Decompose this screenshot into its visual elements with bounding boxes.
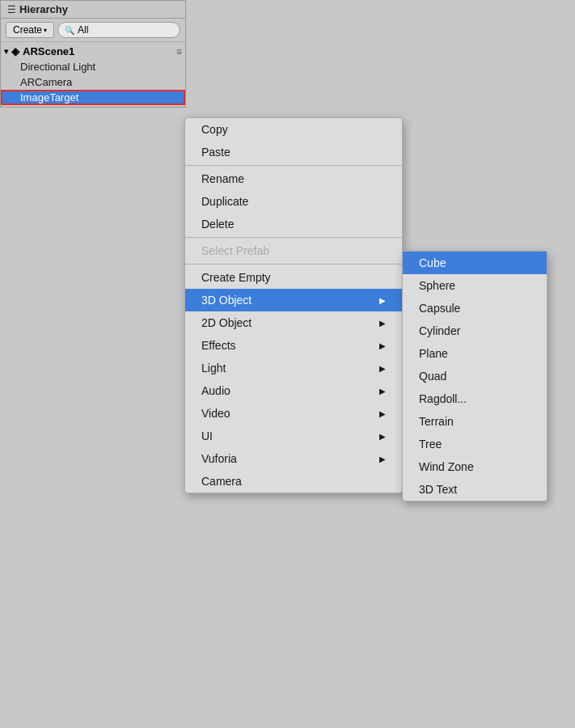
context-menu: Copy Paste Rename Duplicate Delete Selec… <box>184 117 403 493</box>
wind-zone-label: Wind Zone <box>419 460 474 473</box>
capsule-label: Capsule <box>419 302 460 315</box>
camera-label: Camera <box>201 475 242 488</box>
submenu-arrow-light: ▶ <box>379 364 386 373</box>
submenu-item-terrain[interactable]: Terrain <box>403 410 547 433</box>
2d-object-label: 2D Object <box>201 316 252 329</box>
effects-label: Effects <box>201 339 236 352</box>
3d-text-label: 3D Text <box>419 483 457 496</box>
submenu-arrow-2d-object: ▶ <box>379 319 386 328</box>
submenu-item-quad[interactable]: Quad <box>403 365 547 387</box>
ragdoll-label: Ragdoll... <box>419 392 467 405</box>
submenu-arrow-vuforia: ▶ <box>379 455 386 463</box>
context-menu-vuforia[interactable]: Vuforia ▶ <box>185 447 402 470</box>
duplicate-label: Duplicate <box>201 195 248 208</box>
separator-3 <box>185 264 402 265</box>
ui-label: UI <box>201 430 213 442</box>
submenu-arrow-ui: ▶ <box>379 432 386 441</box>
cylinder-label: Cylinder <box>419 324 460 337</box>
context-menu-rename[interactable]: Rename <box>185 167 402 190</box>
hierarchy-toolbar: Create ▾ 🔍 All <box>1 19 185 42</box>
hierarchy-item-directional-light[interactable]: Directional Light <box>1 59 185 74</box>
context-menu-select-prefab: Select Prefab <box>185 239 402 262</box>
submenu-item-capsule[interactable]: Capsule <box>403 297 547 320</box>
separator-2 <box>185 237 402 238</box>
scene-name: ARScene1 <box>23 45 74 57</box>
tree-label: Tree <box>419 438 442 451</box>
create-label: Create <box>13 24 42 36</box>
context-menu-copy[interactable]: Copy <box>185 118 402 141</box>
scene-unity-icon: ◈ <box>11 45 19 57</box>
create-arrow-icon: ▾ <box>44 27 47 34</box>
search-bar[interactable]: 🔍 All <box>57 22 180 38</box>
scene-row[interactable]: ▾ ◈ ARScene1 ≡ <box>1 44 185 59</box>
light-label: Light <box>201 362 226 375</box>
submenu-arrow-effects: ▶ <box>379 341 386 350</box>
submenu-item-cylinder[interactable]: Cylinder <box>403 320 547 342</box>
quad-label: Quad <box>419 370 446 383</box>
scene-collapse-icon: ▾ <box>4 47 8 56</box>
submenu-item-sphere[interactable]: Sphere <box>403 274 547 297</box>
copy-label: Copy <box>201 123 228 136</box>
submenu-item-3d-text[interactable]: 3D Text <box>403 478 547 501</box>
sphere-label: Sphere <box>419 279 455 292</box>
imagetarget-label: ImageTarget <box>20 91 78 104</box>
paste-label: Paste <box>201 146 230 159</box>
submenu-item-ragdoll[interactable]: Ragdoll... <box>403 387 547 410</box>
context-menu-effects[interactable]: Effects ▶ <box>185 334 402 357</box>
submenu-item-plane[interactable]: Plane <box>403 342 547 365</box>
terrain-label: Terrain <box>419 415 454 428</box>
context-menu-create-empty[interactable]: Create Empty <box>185 266 402 289</box>
directional-light-label: Directional Light <box>20 61 95 73</box>
hierarchy-item-arcamera[interactable]: ARCamera <box>1 74 185 90</box>
submenu-item-cube[interactable]: Cube <box>403 252 547 274</box>
select-prefab-label: Select Prefab <box>201 244 269 257</box>
separator-1 <box>185 165 402 166</box>
hierarchy-item-imagetarget[interactable]: ImageTarget <box>1 90 185 105</box>
audio-label: Audio <box>201 384 230 397</box>
context-menu-camera[interactable]: Camera <box>185 470 402 493</box>
search-placeholder: All <box>78 24 88 36</box>
submenu-arrow-video: ▶ <box>379 409 386 418</box>
hierarchy-content: ▾ ◈ ARScene1 ≡ Directional Light ARCamer… <box>1 42 185 107</box>
context-menu-duplicate[interactable]: Duplicate <box>185 190 402 213</box>
3d-object-label: 3D Object <box>201 294 252 307</box>
hierarchy-panel: ☰ Hierarchy Create ▾ 🔍 All ▾ ◈ ARScene1 … <box>0 0 186 108</box>
submenu-item-wind-zone[interactable]: Wind Zone <box>403 455 547 478</box>
hierarchy-title-bar: ☰ Hierarchy <box>1 1 185 19</box>
search-icon: 🔍 <box>65 26 74 35</box>
video-label: Video <box>201 407 230 420</box>
context-menu-video[interactable]: Video ▶ <box>185 402 402 425</box>
hierarchy-title: Hierarchy <box>19 3 68 15</box>
arcamera-label: ARCamera <box>20 76 72 88</box>
submenu-arrow-audio: ▶ <box>379 387 386 396</box>
vuforia-label: Vuforia <box>201 452 237 465</box>
context-menu-light[interactable]: Light ▶ <box>185 357 402 379</box>
create-button[interactable]: Create ▾ <box>6 22 54 38</box>
context-menu-2d-object[interactable]: 2D Object ▶ <box>185 311 402 334</box>
context-menu-paste[interactable]: Paste <box>185 141 402 163</box>
context-menu-ui[interactable]: UI ▶ <box>185 425 402 447</box>
cube-label: Cube <box>419 256 446 269</box>
submenu-arrow-3d-object: ▶ <box>379 296 386 305</box>
hamburger-icon: ☰ <box>7 4 16 15</box>
delete-label: Delete <box>201 218 234 231</box>
submenu-3d-object: Cube Sphere Capsule Cylinder Plane Quad … <box>402 251 548 502</box>
context-menu-3d-object[interactable]: 3D Object ▶ <box>185 289 402 311</box>
scene-menu-icon[interactable]: ≡ <box>176 46 182 57</box>
rename-label: Rename <box>201 172 244 185</box>
context-menu-audio[interactable]: Audio ▶ <box>185 379 402 402</box>
plane-label: Plane <box>419 347 448 360</box>
submenu-item-tree[interactable]: Tree <box>403 433 547 455</box>
create-empty-label: Create Empty <box>201 271 271 284</box>
context-menu-delete[interactable]: Delete <box>185 213 402 235</box>
